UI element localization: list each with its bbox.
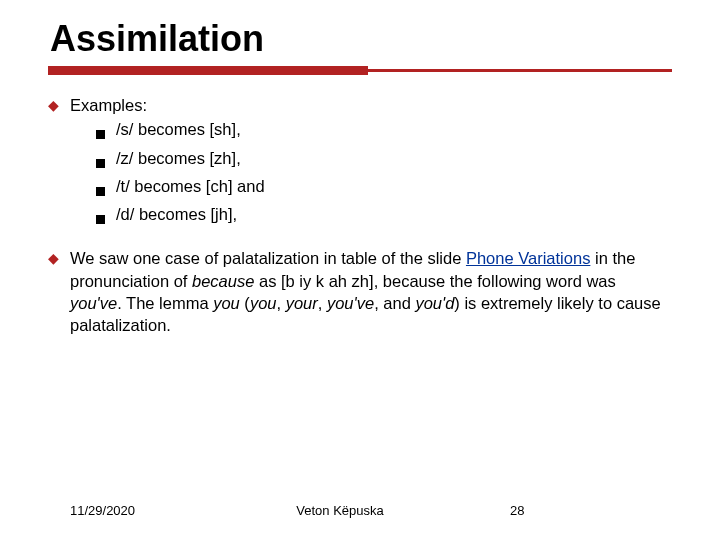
text-italic: your: [286, 294, 318, 312]
text-run: , and: [374, 294, 415, 312]
footer-date: 11/29/2020: [70, 503, 210, 518]
example-text: /d/ becomes [jh],: [116, 203, 672, 225]
text-italic: you've: [327, 294, 374, 312]
paragraph-block: ◆ We saw one case of palatalization in t…: [48, 247, 672, 336]
slide: Assimilation ◆ Examples: /s/ becomes [sh…: [0, 0, 720, 540]
square-bullet-icon: [96, 118, 116, 144]
paragraph-text: We saw one case of palatalization in tab…: [70, 247, 672, 336]
square-bullet-icon: [96, 147, 116, 173]
footer-page: 28: [470, 503, 650, 518]
phone-variations-link[interactable]: Phone Variations: [466, 249, 590, 267]
text-run: as [b iy k ah zh], because the following…: [254, 272, 615, 290]
example-text: /s/ becomes [sh],: [116, 118, 672, 140]
text-run: ,: [318, 294, 327, 312]
examples-label: Examples:: [70, 94, 672, 116]
example-text: /z/ becomes [zh],: [116, 147, 672, 169]
text-run: (: [240, 294, 250, 312]
page-title: Assimilation: [50, 18, 672, 60]
list-item: /d/ becomes [jh],: [96, 203, 672, 229]
footer-author: Veton Këpuska: [210, 503, 470, 518]
title-rule: [48, 66, 672, 76]
list-item: /t/ becomes [ch] and: [96, 175, 672, 201]
text-italic: you've: [70, 294, 117, 312]
text-italic: because: [192, 272, 254, 290]
list-item: /z/ becomes [zh],: [96, 147, 672, 173]
text-italic: you: [213, 294, 240, 312]
footer: 11/29/2020 Veton Këpuska 28: [0, 503, 720, 518]
example-text: /t/ becomes [ch] and: [116, 175, 672, 197]
text-run: . The lemma: [117, 294, 213, 312]
body: ◆ Examples: /s/ becomes [sh], /z/ become…: [48, 94, 672, 336]
diamond-bullet-icon: ◆: [48, 247, 70, 268]
square-bullet-icon: [96, 203, 116, 229]
text-run: ,: [276, 294, 285, 312]
examples-block: ◆ Examples: /s/ becomes [sh], /z/ become…: [48, 94, 672, 229]
square-bullet-icon: [96, 175, 116, 201]
text-italic: you: [250, 294, 277, 312]
text-italic: you'd: [415, 294, 454, 312]
list-item: /s/ becomes [sh],: [96, 118, 672, 144]
diamond-bullet-icon: ◆: [48, 94, 70, 115]
text-run: We saw one case of palatalization in tab…: [70, 249, 466, 267]
